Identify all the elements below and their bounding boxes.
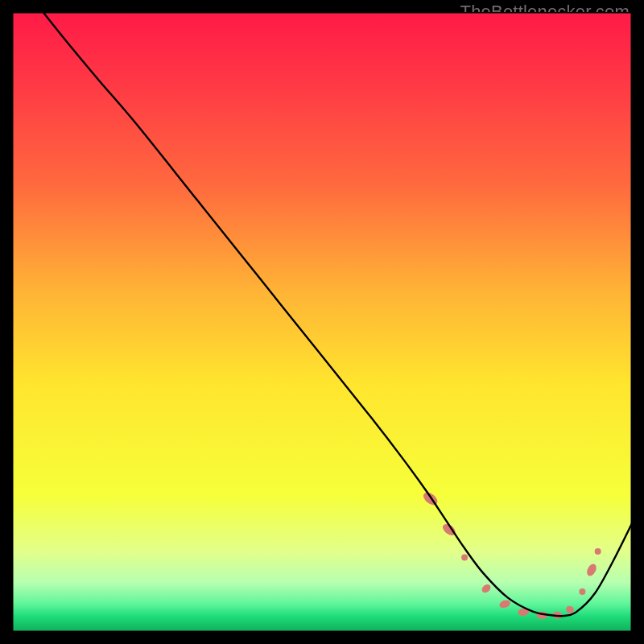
bottleneck-chart [12,12,632,632]
marker-dot [579,588,585,595]
marker-dot [461,555,468,561]
chart-frame [12,12,632,632]
marker-dot [595,548,601,555]
heat-gradient-background [12,12,632,632]
